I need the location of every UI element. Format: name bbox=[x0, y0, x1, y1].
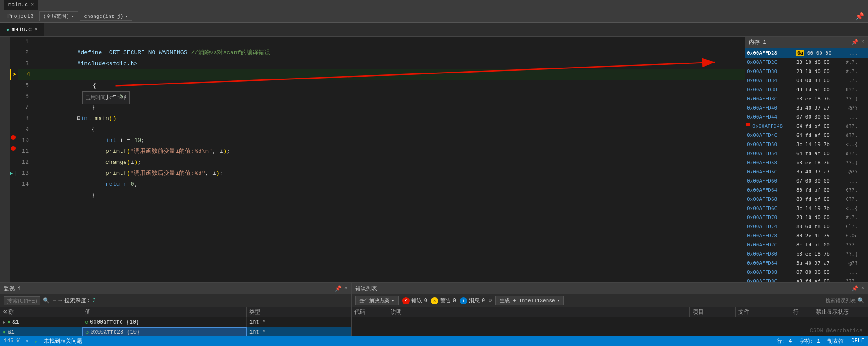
arrow-back-icon[interactable]: ← bbox=[53, 298, 56, 304]
error-table-header: 代码 说明 项目 文件 行 禁止显示状态 bbox=[352, 307, 868, 317]
memory-row-1: 0x00AFFD2C 23 10 d0 00 #.?. bbox=[745, 58, 868, 67]
memory-panel: 内存 1 📌 × 0x00AFFD28 0a 00 00 00 .... bbox=[745, 37, 868, 282]
memory-row-22: 0x00AFFD80 b3 ee 18 7b ??.{ bbox=[745, 249, 868, 258]
arrow-fwd-icon[interactable]: → bbox=[58, 298, 62, 304]
watch-col-name: 名称 bbox=[0, 307, 82, 317]
memory-row-23: 0x00AFFD84 3a 40 97 a7 :@?? bbox=[745, 258, 868, 267]
memory-panel-header: 内存 1 📌 × bbox=[745, 37, 868, 48]
line-number-1: 1 bbox=[16, 37, 32, 47]
expand-icon-0[interactable]: ▶ bbox=[3, 320, 5, 325]
tab-close-icon[interactable]: × bbox=[34, 26, 37, 33]
close-watch-icon[interactable]: × bbox=[344, 285, 347, 292]
refresh-icon-1: ↺ bbox=[85, 329, 89, 336]
gutter-10 bbox=[10, 135, 16, 140]
error-col-desc: 说明 bbox=[388, 307, 690, 317]
info-count-badge[interactable]: ℹ 消息 0 bbox=[460, 297, 485, 304]
line-number-11: 11 bbox=[16, 146, 32, 157]
tab-file-icon: ● bbox=[6, 27, 9, 32]
status-message: 未找到相关问题 bbox=[44, 337, 82, 345]
warn-label: 警告 bbox=[440, 297, 451, 304]
memory-row-19: 0x00AFFD74 80 60 f8 00 €`?. bbox=[745, 222, 868, 231]
memory-content[interactable]: 0x00AFFD28 0a 00 00 00 .... 0x00AFFD2C 2… bbox=[745, 48, 868, 282]
gutter-11 bbox=[10, 146, 16, 151]
gutter-13: ▶| bbox=[10, 168, 16, 179]
search-depth-value: 3 bbox=[93, 298, 96, 304]
content-body: 1 #define _CRT_SECURE_NO_WARNINGS //消除vs… bbox=[0, 37, 868, 346]
pin-memory-icon[interactable]: 📌 bbox=[852, 39, 858, 46]
tab-label: main.c bbox=[8, 2, 28, 8]
toolbar: Project3 (全局范围) ▾ change(int j) ▾ 📌 bbox=[0, 10, 868, 23]
line-number-13: 13 bbox=[16, 168, 32, 179]
memory-row-14: 0x00AFFD60 07 00 00 00 .... bbox=[745, 176, 868, 185]
row-label: 行: 4 bbox=[777, 337, 792, 345]
watch-column-headers: 名称 值 类型 bbox=[0, 307, 351, 317]
watch-cell-value-0: ↺ 0x00affdfc {10} bbox=[82, 317, 247, 327]
code-line-7: 7 ⊟int main() bbox=[10, 102, 745, 113]
build-dropdown[interactable]: 生成 + IntelliSense ▾ bbox=[495, 296, 564, 305]
memory-row-12: 0x00AFFD58 b3 ee 18 7b ??.{ bbox=[745, 158, 868, 167]
info-count: 0 bbox=[482, 298, 485, 304]
pin-icon[interactable]: 📌 bbox=[855, 12, 864, 21]
refresh-icon-0: ↺ bbox=[85, 319, 88, 325]
watch-title: 监视 1 bbox=[4, 285, 21, 293]
csdn-watermark: CSDN @Aerobatics bbox=[810, 328, 863, 334]
scope-dropdown[interactable]: (全局范围) ▾ bbox=[39, 11, 79, 21]
memory-marker-icon bbox=[746, 123, 750, 126]
memory-panel-title: 内存 1 bbox=[749, 38, 766, 46]
line-number-10: 10 bbox=[16, 135, 32, 146]
warn-count-badge[interactable]: ⚠ 警告 0 bbox=[431, 297, 456, 304]
zoom-dropdown-icon[interactable]: ▾ bbox=[26, 338, 29, 345]
close-tab-button[interactable]: × bbox=[31, 2, 34, 8]
code-area[interactable]: 1 #define _CRT_SECURE_NO_WARNINGS //消除vs… bbox=[10, 37, 745, 282]
tab-main-c[interactable]: ● main.c × bbox=[0, 23, 44, 36]
error-panel-title: 错误列表 bbox=[355, 285, 377, 293]
close-memory-icon[interactable]: × bbox=[861, 39, 864, 46]
error-col-code: 代码 bbox=[352, 307, 388, 317]
filter-icon[interactable]: ⊘ bbox=[489, 297, 492, 304]
error-count: 0 bbox=[424, 298, 427, 304]
memory-row-8: 0x00AFFD48 64 fd af 00 d??. bbox=[745, 121, 868, 131]
error-count-badge[interactable]: ✗ 错误 0 bbox=[402, 297, 427, 304]
current-arrow-icon: ➤ bbox=[13, 69, 16, 80]
warn-badge: ⚠ bbox=[431, 297, 438, 304]
gutter-4: ➤ bbox=[11, 69, 18, 80]
scope-dropdown-error[interactable]: 整个解决方案 ▾ bbox=[355, 296, 399, 305]
watch-cell-name-0: ▶ ● &i bbox=[0, 317, 82, 327]
main-tab[interactable]: main.c × bbox=[4, 0, 38, 10]
error-search: 搜索错误列表 🔍 bbox=[826, 297, 864, 304]
code-line-14: 14 } bbox=[10, 179, 745, 190]
pin-error-icon[interactable]: 📌 bbox=[852, 285, 858, 292]
pin-watch-icon[interactable]: 📌 bbox=[335, 285, 342, 292]
watch-search-input[interactable] bbox=[4, 296, 40, 305]
line-number-5: 5 bbox=[16, 80, 32, 91]
function-dropdown[interactable]: change(int j) ▾ bbox=[80, 12, 132, 21]
code-line-13: ▶| 13 return 0; bbox=[10, 168, 745, 179]
memory-row-11: 0x00AFFD54 64 fd af 00 d??. bbox=[745, 149, 868, 158]
memory-row-24: 0x00AFFD88 07 00 00 00 .... bbox=[745, 267, 868, 277]
line-content-14: } bbox=[32, 179, 745, 212]
memory-row-17: 0x00AFFD6C 3c 14 19 7b <..{ bbox=[745, 204, 868, 213]
memory-row-25: 0x00AFFD8C a8 fd af 00 ???. bbox=[745, 277, 868, 282]
title-bar: main.c × bbox=[0, 0, 868, 10]
error-toolbar: 整个解决方案 ▾ ✗ 错误 0 ⚠ 警告 0 ℹ 消息 0 bbox=[352, 294, 868, 307]
watch-header: 监视 1 📌 × bbox=[0, 283, 351, 294]
breakpoint-icon-10 bbox=[11, 135, 16, 140]
code-line-2: 2 #include<stdio.h> bbox=[10, 47, 745, 58]
zoom-label: 146 % bbox=[4, 338, 20, 344]
error-panel-icons: 📌 × bbox=[852, 285, 864, 292]
code-line-4: ➤ 4 { 已用时间 <= 1ms bbox=[10, 69, 745, 80]
watch-col-type: 类型 bbox=[247, 307, 351, 317]
memory-row-21: 0x00AFFD7C 8c fd af 00 ???. bbox=[745, 240, 868, 249]
error-search-icon: 🔍 bbox=[857, 297, 864, 304]
memory-row-6: 0x00AFFD40 3a 40 97 a7 :@?? bbox=[745, 103, 868, 112]
watch-header-icons: 📌 × bbox=[335, 285, 347, 292]
tab-label-status: 制表符 bbox=[827, 337, 844, 345]
close-error-icon[interactable]: × bbox=[861, 285, 864, 292]
line-number-2: 2 bbox=[16, 47, 32, 58]
step-indicator: ▶| bbox=[10, 168, 16, 179]
code-line-11: 11 change(i); bbox=[10, 146, 745, 157]
memory-row-20: 0x00AFFD78 80 2e 4f 75 €.Ou bbox=[745, 231, 868, 240]
status-check-icon: ✓ bbox=[34, 337, 38, 345]
line-number-9: 9 bbox=[16, 124, 32, 135]
watch-cell-type-0: int * bbox=[247, 317, 351, 327]
